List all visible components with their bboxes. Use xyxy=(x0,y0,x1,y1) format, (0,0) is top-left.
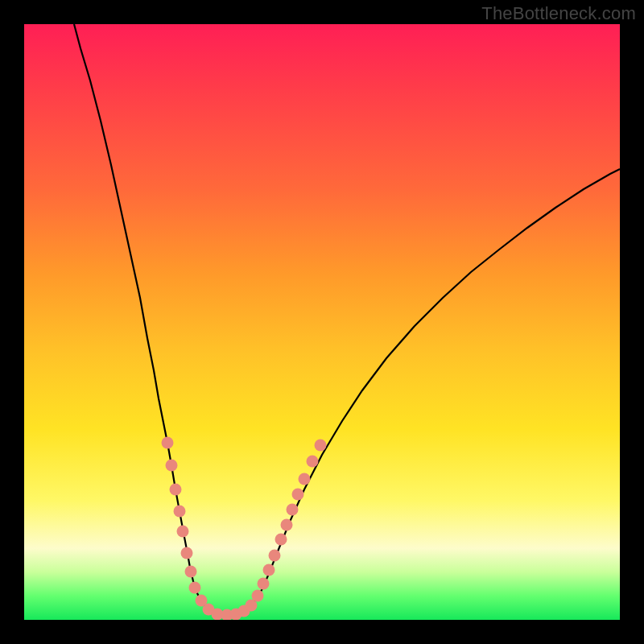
watermark-text: TheBottleneck.com xyxy=(481,3,636,24)
curve-marker-dot xyxy=(299,473,311,485)
curve-marker-dot xyxy=(263,564,275,576)
curve-marker-dot xyxy=(252,590,264,602)
curve-marker-dot xyxy=(281,519,293,531)
curve-marker-dot xyxy=(315,440,327,452)
curve-marker-dot xyxy=(189,582,201,594)
curve-markers xyxy=(162,437,327,621)
curve-marker-dot xyxy=(170,484,182,496)
bottleneck-curve-svg xyxy=(24,24,620,620)
curve-marker-dot xyxy=(162,437,174,449)
curve-marker-dot xyxy=(174,506,186,518)
chart-outer-frame: TheBottleneck.com xyxy=(0,0,644,644)
curve-marker-dot xyxy=(177,526,189,538)
curve-marker-dot xyxy=(287,504,299,516)
curve-marker-dot xyxy=(181,547,193,559)
curve-marker-dot xyxy=(258,578,270,590)
curve-marker-dot xyxy=(269,550,281,562)
curve-marker-dot xyxy=(307,456,319,468)
curve-marker-dot xyxy=(292,489,304,501)
bottleneck-curve xyxy=(74,24,620,615)
curve-marker-dot xyxy=(275,534,287,546)
curve-marker-dot xyxy=(166,460,178,472)
curve-marker-dot xyxy=(185,566,197,578)
plot-area xyxy=(24,24,620,620)
